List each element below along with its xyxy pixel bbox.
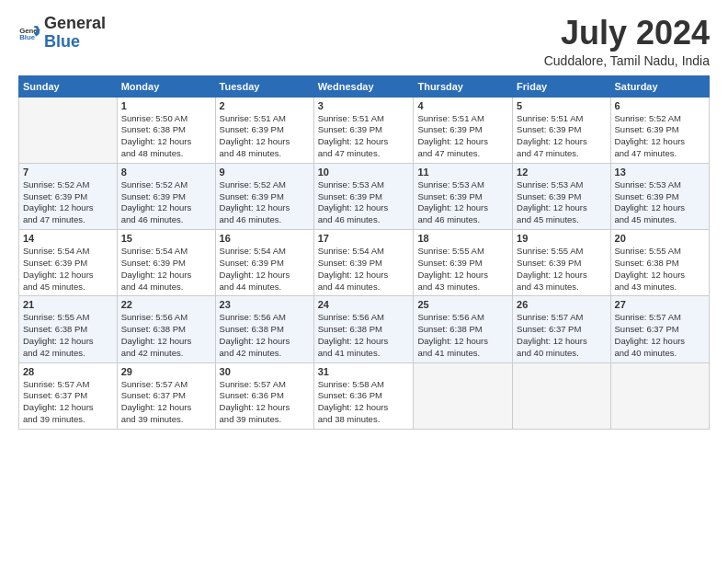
day-number: 3 (318, 100, 410, 111)
day-number: 26 (517, 299, 606, 310)
calendar-day-cell: 7Sunrise: 5:52 AMSunset: 6:39 PMDaylight… (19, 163, 118, 229)
day-number: 19 (517, 233, 606, 244)
day-info: Sunrise: 5:52 AMSunset: 6:39 PMDaylight:… (220, 179, 310, 226)
day-number: 1 (121, 100, 211, 111)
day-number: 2 (220, 100, 310, 111)
day-info: Sunrise: 5:51 AMSunset: 6:39 PMDaylight:… (220, 113, 310, 160)
day-info: Sunrise: 5:52 AMSunset: 6:39 PMDaylight:… (615, 113, 705, 160)
logo-general: General (44, 15, 106, 33)
day-header-sunday: Sunday (19, 75, 118, 97)
calendar-day-cell: 16Sunrise: 5:54 AMSunset: 6:39 PMDayligh… (215, 230, 313, 296)
calendar-day-cell: 6Sunrise: 5:52 AMSunset: 6:39 PMDaylight… (610, 97, 709, 163)
day-info: Sunrise: 5:57 AMSunset: 6:37 PMDaylight:… (23, 379, 113, 426)
header: General Blue General Blue July 2024 Cudd… (18, 15, 710, 68)
calendar-day-cell: 10Sunrise: 5:53 AMSunset: 6:39 PMDayligh… (313, 163, 414, 229)
day-info: Sunrise: 5:57 AMSunset: 6:36 PMDaylight:… (220, 379, 310, 426)
day-info: Sunrise: 5:51 AMSunset: 6:39 PMDaylight:… (318, 113, 410, 160)
calendar-day-cell: 27Sunrise: 5:57 AMSunset: 6:37 PMDayligh… (610, 296, 709, 362)
calendar-day-cell: 24Sunrise: 5:56 AMSunset: 6:38 PMDayligh… (313, 296, 414, 362)
location-subtitle: Cuddalore, Tamil Nadu, India (544, 53, 710, 68)
calendar-day-cell: 21Sunrise: 5:55 AMSunset: 6:38 PMDayligh… (19, 296, 118, 362)
calendar-day-cell: 30Sunrise: 5:57 AMSunset: 6:36 PMDayligh… (215, 362, 313, 429)
day-header-friday: Friday (513, 75, 610, 97)
day-header-tuesday: Tuesday (215, 75, 313, 97)
calendar-day-cell: 31Sunrise: 5:58 AMSunset: 6:36 PMDayligh… (313, 362, 414, 429)
day-info: Sunrise: 5:52 AMSunset: 6:39 PMDaylight:… (23, 179, 113, 226)
calendar-table: SundayMondayTuesdayWednesdayThursdayFrid… (18, 75, 710, 430)
calendar-day-cell: 5Sunrise: 5:51 AMSunset: 6:39 PMDaylight… (513, 97, 610, 163)
day-number: 6 (615, 100, 705, 111)
calendar-day-cell: 14Sunrise: 5:54 AMSunset: 6:39 PMDayligh… (19, 230, 118, 296)
day-number: 8 (121, 167, 211, 178)
day-number: 4 (417, 100, 508, 111)
day-header-thursday: Thursday (414, 75, 513, 97)
day-header-wednesday: Wednesday (313, 75, 414, 97)
day-info: Sunrise: 5:54 AMSunset: 6:39 PMDaylight:… (220, 246, 310, 293)
calendar-day-cell (610, 362, 709, 429)
calendar-day-cell: 11Sunrise: 5:53 AMSunset: 6:39 PMDayligh… (414, 163, 513, 229)
calendar-day-cell: 15Sunrise: 5:54 AMSunset: 6:39 PMDayligh… (117, 230, 215, 296)
day-info: Sunrise: 5:55 AMSunset: 6:39 PMDaylight:… (417, 246, 508, 293)
day-info: Sunrise: 5:58 AMSunset: 6:36 PMDaylight:… (318, 379, 410, 426)
day-info: Sunrise: 5:54 AMSunset: 6:39 PMDaylight:… (121, 246, 211, 293)
calendar-week-row: 21Sunrise: 5:55 AMSunset: 6:38 PMDayligh… (19, 296, 710, 362)
day-number: 7 (23, 167, 113, 178)
day-number: 31 (318, 366, 410, 377)
logo: General Blue General Blue (18, 15, 106, 52)
day-number: 5 (517, 100, 606, 111)
day-header-monday: Monday (117, 75, 215, 97)
day-number: 22 (121, 299, 211, 310)
calendar-day-cell: 29Sunrise: 5:57 AMSunset: 6:37 PMDayligh… (117, 362, 215, 429)
day-number: 10 (318, 167, 410, 178)
day-number: 12 (517, 167, 606, 178)
calendar-day-cell: 1Sunrise: 5:50 AMSunset: 6:38 PMDaylight… (117, 97, 215, 163)
day-info: Sunrise: 5:56 AMSunset: 6:38 PMDaylight:… (121, 312, 211, 359)
day-number: 27 (615, 299, 705, 310)
calendar-day-cell: 28Sunrise: 5:57 AMSunset: 6:37 PMDayligh… (19, 362, 118, 429)
svg-text:Blue: Blue (19, 33, 36, 41)
day-info: Sunrise: 5:56 AMSunset: 6:38 PMDaylight:… (318, 312, 410, 359)
day-number: 18 (417, 233, 508, 244)
calendar-day-cell: 12Sunrise: 5:53 AMSunset: 6:39 PMDayligh… (513, 163, 610, 229)
month-year-title: July 2024 (544, 15, 710, 52)
day-number: 25 (417, 299, 508, 310)
calendar-day-cell: 18Sunrise: 5:55 AMSunset: 6:39 PMDayligh… (414, 230, 513, 296)
day-number: 9 (220, 167, 310, 178)
day-info: Sunrise: 5:57 AMSunset: 6:37 PMDaylight:… (615, 312, 705, 359)
day-info: Sunrise: 5:53 AMSunset: 6:39 PMDaylight:… (517, 179, 606, 226)
calendar-week-row: 7Sunrise: 5:52 AMSunset: 6:39 PMDaylight… (19, 163, 710, 229)
day-number: 21 (23, 299, 113, 310)
calendar-week-row: 1Sunrise: 5:50 AMSunset: 6:38 PMDaylight… (19, 97, 710, 163)
day-info: Sunrise: 5:51 AMSunset: 6:39 PMDaylight:… (517, 113, 606, 160)
calendar-day-cell: 9Sunrise: 5:52 AMSunset: 6:39 PMDaylight… (215, 163, 313, 229)
day-info: Sunrise: 5:56 AMSunset: 6:38 PMDaylight:… (417, 312, 508, 359)
day-info: Sunrise: 5:56 AMSunset: 6:38 PMDaylight:… (220, 312, 310, 359)
calendar-day-cell: 17Sunrise: 5:54 AMSunset: 6:39 PMDayligh… (313, 230, 414, 296)
calendar-day-cell: 2Sunrise: 5:51 AMSunset: 6:39 PMDaylight… (215, 97, 313, 163)
day-number: 16 (220, 233, 310, 244)
title-block: July 2024 Cuddalore, Tamil Nadu, India (544, 15, 710, 68)
day-number: 14 (23, 233, 113, 244)
logo-blue: Blue (44, 33, 106, 52)
day-info: Sunrise: 5:54 AMSunset: 6:39 PMDaylight:… (23, 246, 113, 293)
day-info: Sunrise: 5:57 AMSunset: 6:37 PMDaylight:… (121, 379, 211, 426)
day-info: Sunrise: 5:53 AMSunset: 6:39 PMDaylight:… (417, 179, 508, 226)
day-info: Sunrise: 5:52 AMSunset: 6:39 PMDaylight:… (121, 179, 211, 226)
day-info: Sunrise: 5:55 AMSunset: 6:38 PMDaylight:… (23, 312, 113, 359)
calendar-day-cell: 4Sunrise: 5:51 AMSunset: 6:39 PMDaylight… (414, 97, 513, 163)
calendar-day-cell: 19Sunrise: 5:55 AMSunset: 6:39 PMDayligh… (513, 230, 610, 296)
day-number: 11 (417, 167, 508, 178)
day-info: Sunrise: 5:55 AMSunset: 6:38 PMDaylight:… (615, 246, 705, 293)
calendar-day-cell: 22Sunrise: 5:56 AMSunset: 6:38 PMDayligh… (117, 296, 215, 362)
day-info: Sunrise: 5:55 AMSunset: 6:39 PMDaylight:… (517, 246, 606, 293)
calendar-day-cell: 3Sunrise: 5:51 AMSunset: 6:39 PMDaylight… (313, 97, 414, 163)
day-number: 15 (121, 233, 211, 244)
calendar-day-cell: 20Sunrise: 5:55 AMSunset: 6:38 PMDayligh… (610, 230, 709, 296)
day-number: 17 (318, 233, 410, 244)
calendar-day-cell (513, 362, 610, 429)
day-number: 30 (220, 366, 310, 377)
calendar-week-row: 14Sunrise: 5:54 AMSunset: 6:39 PMDayligh… (19, 230, 710, 296)
day-info: Sunrise: 5:53 AMSunset: 6:39 PMDaylight:… (318, 179, 410, 226)
calendar-day-cell (19, 97, 118, 163)
day-number: 13 (615, 167, 705, 178)
